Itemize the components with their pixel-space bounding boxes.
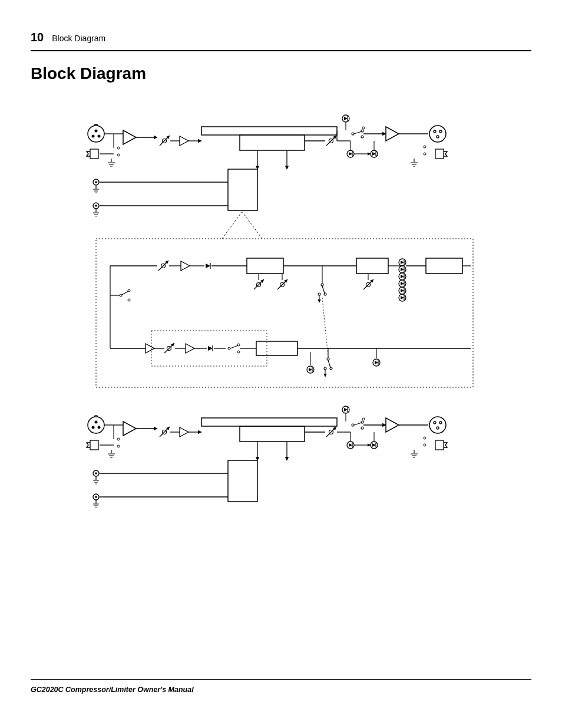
- output-led-icon: [371, 442, 378, 449]
- section-name: Block Diagram: [52, 34, 105, 43]
- meter-driver-block: [356, 258, 388, 274]
- output-gain-pot-icon: [326, 427, 336, 437]
- svg-point-97: [117, 445, 120, 447]
- rectifier-icon: [206, 263, 210, 269]
- svg-point-52: [424, 153, 426, 155]
- footer-text: GC2020C Compressor/Limiter Owner's Manua…: [31, 686, 531, 694]
- header-rule: [31, 50, 531, 51]
- timing-block: [247, 258, 283, 274]
- gate-led-icon: [307, 366, 314, 373]
- svg-point-30: [117, 154, 120, 156]
- gate-threshold-pot-icon: [164, 343, 174, 353]
- trs-input-icon: [87, 440, 98, 450]
- shared-detector: [96, 239, 473, 387]
- preamp-icon: [180, 427, 189, 437]
- input-gain-pot-icon: [160, 427, 170, 437]
- trs-input-icon: [87, 149, 98, 159]
- svg-line-40: [242, 212, 262, 239]
- bypass-led-icon: [342, 406, 349, 413]
- xlr-output-icon: [429, 417, 446, 433]
- svg-point-84: [237, 351, 240, 353]
- vca-block: [201, 127, 337, 135]
- svg-point-70: [120, 294, 122, 297]
- xlr-input-icon: [88, 124, 104, 142]
- svg-point-115: [424, 437, 426, 439]
- key-send-jack-icon: [93, 179, 99, 193]
- vca-block: [201, 418, 337, 426]
- trs-output-icon: [435, 149, 447, 159]
- svg-point-72: [128, 299, 130, 301]
- block-diagram-svg: [75, 113, 487, 537]
- sidechain-block: [228, 460, 257, 502]
- output-driver-icon: [386, 418, 399, 432]
- svg-line-39: [222, 212, 242, 239]
- key-send-jack-icon: [93, 470, 99, 484]
- svg-line-93: [322, 298, 328, 357]
- ratio-pot-icon: [363, 279, 373, 289]
- release-pot-icon: [277, 279, 287, 289]
- trs-output-icon: [435, 440, 447, 450]
- svg-line-75: [130, 266, 140, 291]
- output-led-icon: [347, 150, 354, 157]
- output-led-icon: [347, 442, 354, 449]
- svg-point-29: [117, 147, 120, 149]
- attack-pot-icon: [254, 279, 264, 289]
- channel-1: [87, 115, 447, 239]
- svg-rect-53: [96, 239, 473, 387]
- input-gain-pot-icon: [160, 136, 170, 146]
- preamp-icon: [180, 136, 189, 146]
- svg-point-51: [424, 146, 426, 148]
- vca-ctrl-block: [240, 135, 305, 150]
- gate-rectifier-icon: [208, 345, 213, 351]
- svg-rect-87: [256, 341, 297, 355]
- svg-rect-67: [426, 258, 462, 274]
- channel-2: [87, 406, 447, 508]
- xlr-output-icon: [429, 126, 446, 142]
- gr-led-ladder-icon: [399, 259, 406, 301]
- bypass-led-icon: [342, 115, 349, 122]
- threshold-pot-icon: [158, 261, 168, 271]
- running-header: 10 Block Diagram: [31, 31, 531, 49]
- page-title: Block Diagram: [31, 64, 531, 83]
- key-return-jack-icon: [93, 203, 99, 216]
- output-led-icon: [371, 150, 378, 157]
- sidechain-block: [228, 169, 257, 210]
- output-driver-icon: [386, 127, 399, 141]
- input-buffer-icon: [123, 130, 136, 144]
- svg-point-96: [117, 438, 120, 440]
- vca-ctrl-block: [240, 426, 305, 442]
- output-gain-pot-icon: [326, 136, 336, 146]
- svg-line-74: [122, 291, 128, 295]
- input-buffer-icon: [123, 421, 136, 436]
- block-diagram-figure: [31, 113, 531, 537]
- xlr-input-icon: [88, 416, 104, 433]
- key-return-jack-icon: [93, 494, 99, 508]
- svg-point-109: [362, 418, 365, 420]
- link-switch-icon: [318, 284, 326, 295]
- bypass-switch-icon: [352, 421, 363, 429]
- page-number: 10: [31, 31, 44, 44]
- svg-point-82: [228, 347, 230, 350]
- svg-point-116: [424, 444, 426, 446]
- svg-point-45: [362, 127, 365, 129]
- bypass-switch-icon: [352, 130, 363, 138]
- footer-rule: [31, 679, 531, 680]
- svg-line-85: [230, 345, 238, 348]
